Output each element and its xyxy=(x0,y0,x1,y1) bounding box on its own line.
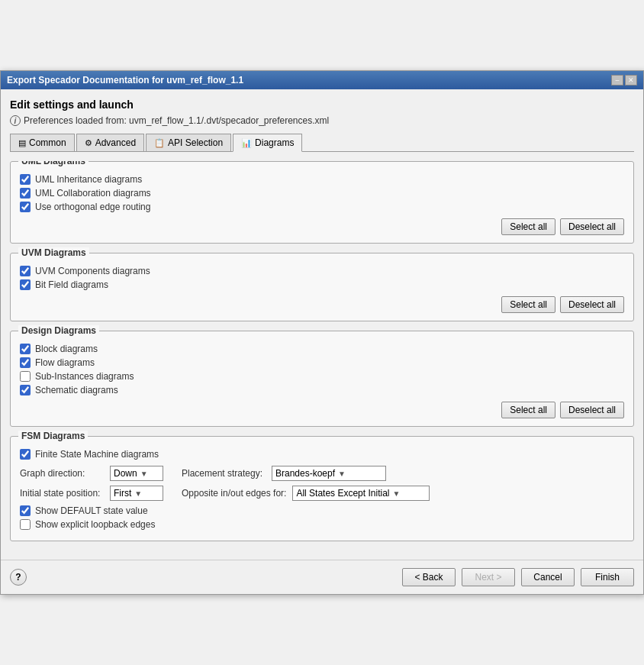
graph-direction-label: Graph direction: xyxy=(20,468,104,479)
initial-state-dropdown[interactable]: First ▼ xyxy=(110,486,163,501)
placement-strategy-dropdown[interactable]: Brandes-koepf ▼ xyxy=(272,466,386,481)
footer-right: < Back Next > Cancel Finish xyxy=(402,568,634,586)
footer: ? < Back Next > Cancel Finish xyxy=(1,560,643,594)
uml-select-all-button[interactable]: Select all xyxy=(501,218,555,235)
tab-content: UML Diagrams UML Inheritance diagrams UM… xyxy=(10,161,634,550)
flow-diagrams-row: Flow diagrams xyxy=(20,357,624,368)
help-button[interactable]: ? xyxy=(10,569,27,586)
show-loopback-row: Show explicit loopback edges xyxy=(20,519,624,530)
uml-collaboration-checkbox[interactable] xyxy=(20,188,31,199)
initial-state-row: Initial state position: First ▼ Opposite… xyxy=(20,486,624,501)
placement-strategy-label: Placement strategy: xyxy=(182,468,266,479)
finish-button[interactable]: Finish xyxy=(581,568,634,586)
show-default-row: Show DEFAULT state value xyxy=(20,505,624,516)
minimize-button[interactable]: – xyxy=(611,75,623,86)
fsm-machine-checkbox[interactable] xyxy=(20,449,31,460)
uvm-diagrams-group: UVM Diagrams UVM Components diagrams Bit… xyxy=(10,253,634,321)
uml-btn-row: Select all Deselect all xyxy=(20,218,624,235)
page-title: Edit settings and launch xyxy=(10,98,634,111)
uvm-components-row: UVM Components diagrams xyxy=(20,266,624,276)
opposite-edges-value: All States Except Initial xyxy=(296,488,389,499)
graph-direction-value: Down xyxy=(114,468,137,479)
subinstances-diagrams-label: Sub-Instances diagrams xyxy=(35,371,134,382)
window-title: Export Specador Documentation for uvm_re… xyxy=(7,75,243,86)
window-controls: – ✕ xyxy=(611,75,637,86)
design-select-all-button[interactable]: Select all xyxy=(501,402,555,418)
fsm-group-title: FSM Diagrams xyxy=(18,431,88,441)
main-window: Export Specador Documentation for uvm_re… xyxy=(0,70,644,595)
show-loopback-label: Show explicit loopback edges xyxy=(35,519,155,530)
design-deselect-all-button[interactable]: Deselect all xyxy=(560,402,624,418)
graph-direction-dropdown[interactable]: Down ▼ xyxy=(110,466,163,481)
fsm-machine-label: Finite State Machine diagrams xyxy=(35,449,159,460)
info-icon: i xyxy=(10,115,21,126)
flow-diagrams-label: Flow diagrams xyxy=(35,357,95,368)
design-group-title: Design Diagrams xyxy=(18,325,99,336)
design-btn-row: Select all Deselect all xyxy=(20,402,624,418)
uml-collaboration-label: UML Collaboration diagrams xyxy=(35,188,151,199)
uml-group-title: UML Diagrams xyxy=(18,161,89,166)
uml-orthogonal-checkbox[interactable] xyxy=(20,202,31,212)
main-content: Edit settings and launch i Preferences l… xyxy=(1,89,643,560)
graph-direction-row: Graph direction: Down ▼ Placement strate… xyxy=(20,466,624,481)
block-diagrams-checkbox[interactable] xyxy=(20,344,31,354)
uvm-bitfield-label: Bit Field diagrams xyxy=(35,279,108,290)
tab-bar: ▤ Common ⚙ Advanced 📋 API Selection 📊 Di… xyxy=(10,134,634,152)
schematic-diagrams-row: Schematic diagrams xyxy=(20,385,624,395)
show-default-checkbox[interactable] xyxy=(20,505,31,516)
uvm-group-title: UVM Diagrams xyxy=(18,247,89,258)
placement-strategy-arrow: ▼ xyxy=(338,470,346,478)
uvm-components-checkbox[interactable] xyxy=(20,266,31,276)
placement-strategy-value: Brandes-koepf xyxy=(275,468,335,479)
title-bar: Export Specador Documentation for uvm_re… xyxy=(1,71,643,89)
opposite-edges-arrow: ▼ xyxy=(392,489,400,498)
design-diagrams-group: Design Diagrams Block diagrams Flow diag… xyxy=(10,331,634,427)
uvm-select-all-button[interactable]: Select all xyxy=(501,296,555,313)
uml-inheritance-checkbox[interactable] xyxy=(20,174,31,185)
fsm-diagrams-group: FSM Diagrams Finite State Machine diagra… xyxy=(10,436,634,541)
uvm-components-label: UVM Components diagrams xyxy=(35,266,150,276)
opposite-edges-label: Opposite in/out edges for: xyxy=(182,488,286,499)
uml-inheritance-label: UML Inheritance diagrams xyxy=(35,174,142,185)
uvm-deselect-all-button[interactable]: Deselect all xyxy=(560,296,624,313)
show-loopback-checkbox[interactable] xyxy=(20,519,31,530)
uvm-btn-row: Select all Deselect all xyxy=(20,296,624,313)
initial-state-label: Initial state position: xyxy=(20,488,104,499)
show-default-label: Show DEFAULT state value xyxy=(35,505,148,516)
schematic-diagrams-checkbox[interactable] xyxy=(20,385,31,395)
back-button[interactable]: < Back xyxy=(402,568,456,586)
flow-diagrams-checkbox[interactable] xyxy=(20,357,31,368)
graph-direction-arrow: ▼ xyxy=(140,470,148,478)
uml-deselect-all-button[interactable]: Deselect all xyxy=(560,218,624,235)
schematic-diagrams-label: Schematic diagrams xyxy=(35,385,118,395)
uml-diagrams-group: UML Diagrams UML Inheritance diagrams UM… xyxy=(10,161,634,244)
opposite-edges-dropdown[interactable]: All States Except Initial ▼ xyxy=(292,486,430,501)
uvm-bitfield-checkbox[interactable] xyxy=(20,279,31,290)
subinstances-diagrams-row: Sub-Instances diagrams xyxy=(20,371,624,382)
uml-collaboration-row: UML Collaboration diagrams xyxy=(20,188,624,199)
footer-left: ? xyxy=(10,569,27,586)
uml-orthogonal-label: Use orthogonal edge routing xyxy=(35,202,150,212)
cancel-button[interactable]: Cancel xyxy=(521,568,575,586)
close-button[interactable]: ✕ xyxy=(625,75,637,86)
subinstances-diagrams-checkbox[interactable] xyxy=(20,371,31,382)
tab-api-selection[interactable]: 📋 API Selection xyxy=(146,134,231,151)
block-diagrams-label: Block diagrams xyxy=(35,344,98,354)
uml-inheritance-row: UML Inheritance diagrams xyxy=(20,174,624,185)
fsm-machine-row: Finite State Machine diagrams xyxy=(20,449,624,460)
info-line: i Preferences loaded from: uvm_ref_flow_… xyxy=(10,115,634,126)
block-diagrams-row: Block diagrams xyxy=(20,344,624,354)
tab-diagrams[interactable]: 📊 Diagrams xyxy=(233,134,302,152)
initial-state-value: First xyxy=(114,488,131,499)
tab-advanced[interactable]: ⚙ Advanced xyxy=(76,134,144,151)
next-button[interactable]: Next > xyxy=(462,568,515,586)
tab-common[interactable]: ▤ Common xyxy=(10,134,75,151)
initial-state-arrow: ▼ xyxy=(134,489,142,498)
uvm-bitfield-row: Bit Field diagrams xyxy=(20,279,624,290)
uml-orthogonal-row: Use orthogonal edge routing xyxy=(20,202,624,212)
preferences-text: Preferences loaded from: uvm_ref_flow_1.… xyxy=(24,115,329,126)
